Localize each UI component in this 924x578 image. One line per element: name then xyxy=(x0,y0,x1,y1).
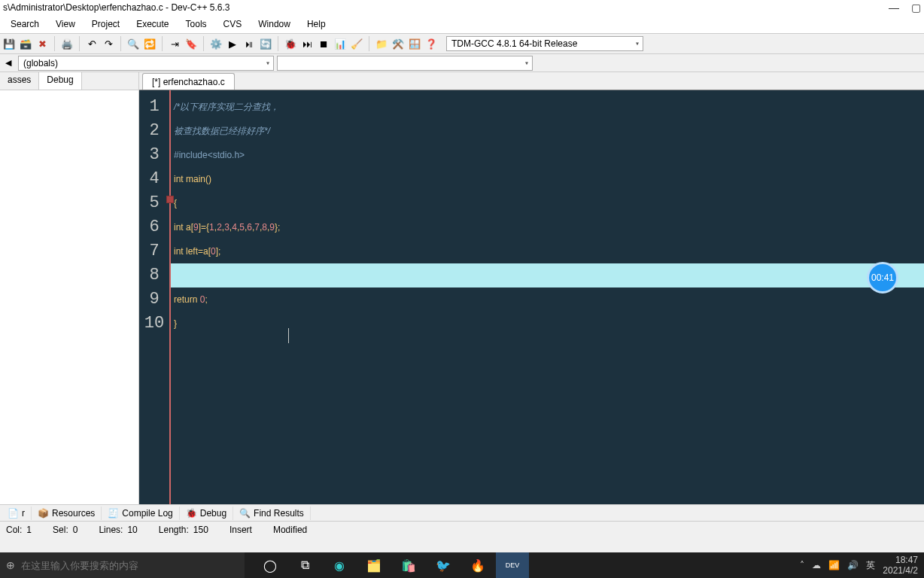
code-content[interactable]: /*以下程序实现二分查找， 被查找数据已经排好序*/ #include<stdi… xyxy=(171,90,924,504)
code-text: }; xyxy=(275,222,280,233)
explorer-icon[interactable]: 🗂️ xyxy=(357,552,391,578)
bookmark-icon[interactable]: 🔖 xyxy=(184,36,199,51)
line-number: 1 xyxy=(139,95,169,119)
step-icon[interactable]: ⏭ xyxy=(299,36,315,51)
cortana-icon[interactable]: ◯ xyxy=(254,552,287,578)
code-text: main xyxy=(186,174,205,184)
save-icon[interactable]: 💾 xyxy=(2,36,17,51)
doc-icon: 📄 xyxy=(8,508,19,519)
find-icon[interactable]: 🔍 xyxy=(126,36,141,51)
tab-debug-bottom[interactable]: 🐞Debug xyxy=(180,507,233,520)
timer-badge[interactable]: 00:41 xyxy=(867,262,898,294)
left-panel: asses Debug xyxy=(0,72,139,504)
tab-debug[interactable]: Debug xyxy=(39,72,81,90)
status-value: 10 xyxy=(127,525,137,535)
menu-help[interactable]: Help xyxy=(299,17,333,31)
proj-opts-icon[interactable]: ⚒️ xyxy=(391,36,406,51)
clock-date: 2021/4/2 xyxy=(883,565,918,576)
edge-icon[interactable]: ◉ xyxy=(323,552,356,578)
separator xyxy=(369,36,369,51)
goto-icon[interactable]: ⇥ xyxy=(167,36,182,51)
compile-run-icon[interactable]: ⏯ xyxy=(242,36,257,51)
timer-value: 00:41 xyxy=(871,272,894,283)
titlebar: s\Administrator\Desktop\erfenchazhao.c -… xyxy=(0,0,924,15)
tab-compile-log[interactable]: 🧾Compile Log xyxy=(102,507,179,520)
cloud-icon[interactable]: ☁ xyxy=(812,560,821,570)
tab-find-results[interactable]: 🔍Find Results xyxy=(233,507,311,520)
code-text: 0 xyxy=(211,246,216,257)
code-text: 4 xyxy=(232,222,237,233)
help-icon[interactable]: ❓ xyxy=(424,36,439,51)
code-text: 1 xyxy=(209,222,214,233)
app-icon[interactable]: 🔥 xyxy=(461,552,494,578)
taskbar-search[interactable]: ⊕ xyxy=(0,552,245,578)
debug-icon[interactable]: 🐞 xyxy=(283,36,298,51)
editor-area: [*] erfenchazhao.c 1 2 3 4 5 6 7 8 9 10 … xyxy=(139,72,924,504)
status-value: 150 xyxy=(193,525,208,535)
status-modified: Modified xyxy=(273,525,307,535)
chevron-up-icon[interactable]: ˄ xyxy=(800,560,804,570)
line-number: 4 xyxy=(139,167,169,191)
app-icon[interactable]: 🐦 xyxy=(427,552,460,578)
tab-label: Find Results xyxy=(254,508,304,519)
separator xyxy=(120,36,121,51)
tab-label: Resources xyxy=(52,508,95,519)
line-number: 3 xyxy=(139,143,169,167)
scope-back-icon[interactable]: ◀ xyxy=(2,56,15,70)
compile-icon[interactable]: ⚙️ xyxy=(208,36,223,51)
code-text: left xyxy=(186,246,198,257)
status-label: Sel: xyxy=(53,525,68,535)
rebuild-icon[interactable]: 🔄 xyxy=(258,36,273,51)
clean-icon[interactable]: 🧹 xyxy=(349,36,364,51)
status-sel: Sel:0 xyxy=(53,525,78,535)
status-label: Col: xyxy=(6,525,22,535)
menu-view[interactable]: View xyxy=(48,17,83,31)
code-text: #include xyxy=(174,150,208,160)
replace-icon[interactable]: 🔁 xyxy=(142,36,157,51)
menu-tools[interactable]: Tools xyxy=(178,17,214,31)
new-proj-icon[interactable]: 📁 xyxy=(374,36,389,51)
system-tray: ˄ ☁ 📶 🔊 英 18:47 2021/4/2 xyxy=(794,555,924,576)
members-select[interactable] xyxy=(277,56,533,71)
tab-label: Debug xyxy=(200,508,226,519)
menu-execute[interactable]: Execute xyxy=(129,17,176,31)
store-icon[interactable]: 🛍️ xyxy=(392,552,425,578)
profile-icon[interactable]: 📊 xyxy=(333,36,348,51)
status-length: Length:150 xyxy=(159,525,208,535)
volume-icon[interactable]: 🔊 xyxy=(847,560,859,570)
redo-icon[interactable]: ↷ xyxy=(101,36,116,51)
devcpp-icon[interactable]: DEV xyxy=(496,552,529,578)
line-number: 7 xyxy=(139,239,169,263)
code-text: ]={ xyxy=(199,222,209,233)
minimize-button[interactable]: — xyxy=(889,2,899,14)
separator xyxy=(278,36,278,51)
compiler-select[interactable]: TDM-GCC 4.8.1 64-bit Release xyxy=(446,36,643,51)
tab-resources[interactable]: 📦Resources xyxy=(32,507,102,520)
save-all-icon[interactable]: 🗃️ xyxy=(18,36,33,51)
win-icon[interactable]: 🪟 xyxy=(407,36,422,51)
line-number: 10 xyxy=(139,312,169,336)
menu-window[interactable]: Window xyxy=(251,17,298,31)
menu-project[interactable]: Project xyxy=(84,17,127,31)
taskview-icon[interactable]: ⧉ xyxy=(288,552,321,578)
clock-time: 18:47 xyxy=(883,555,918,565)
menu-search[interactable]: Search xyxy=(3,17,47,31)
file-tab-erfenchazhao[interactable]: [*] erfenchazhao.c xyxy=(142,73,235,90)
file-tabs: [*] erfenchazhao.c xyxy=(139,72,924,90)
menu-cvs[interactable]: CVS xyxy=(216,17,250,31)
close-icon[interactable]: ✖ xyxy=(35,36,50,51)
maximize-button[interactable]: ▢ xyxy=(911,2,921,14)
line-number: 2 xyxy=(139,119,169,143)
search-input[interactable] xyxy=(21,560,239,571)
stop-icon[interactable]: ⏹ xyxy=(316,36,331,51)
clock[interactable]: 18:47 2021/4/2 xyxy=(883,555,918,576)
print-icon[interactable]: 🖨️ xyxy=(59,36,74,51)
code-editor[interactable]: 1 2 3 4 5 6 7 8 9 10 /*以下程序实现二分查找， 被查找数据… xyxy=(139,90,924,504)
tab-compiler[interactable]: 📄r xyxy=(2,507,32,520)
globals-select[interactable]: (globals) xyxy=(18,56,274,71)
ime-indicator[interactable]: 英 xyxy=(866,559,875,572)
run-icon[interactable]: ▶ xyxy=(225,36,240,51)
undo-icon[interactable]: ↶ xyxy=(84,36,99,51)
tab-classes[interactable]: asses xyxy=(0,72,39,90)
wifi-icon[interactable]: 📶 xyxy=(828,560,840,570)
